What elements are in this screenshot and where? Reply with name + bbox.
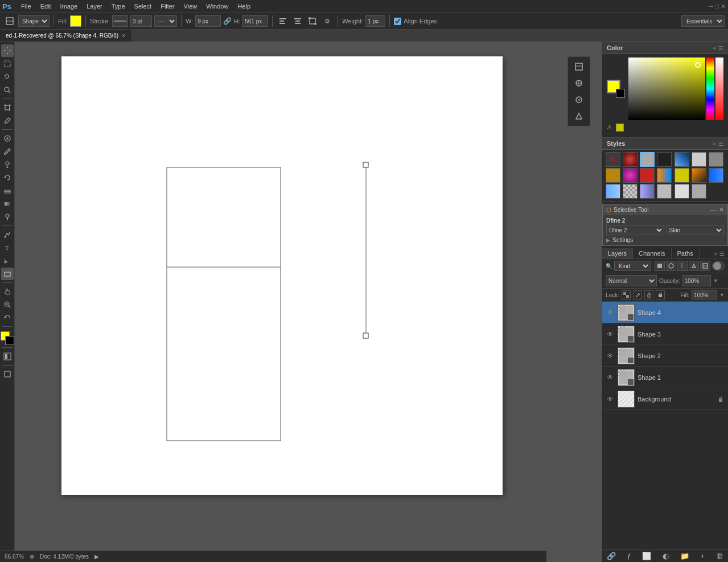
- quick-select-tool[interactable]: [1, 84, 14, 96]
- stroke-color-swatch[interactable]: [112, 15, 128, 27]
- filter-shape-icon[interactable]: [689, 261, 699, 271]
- gamut-warning-swatch[interactable]: [616, 124, 624, 132]
- tab-layers[interactable]: Layers: [602, 248, 633, 259]
- fill-input[interactable]: [692, 290, 717, 300]
- eyedropper-tool[interactable]: [1, 114, 14, 127]
- zoom-icon[interactable]: ⊕: [30, 553, 34, 560]
- layer-visibility-shape3[interactable]: 👁: [606, 330, 615, 339]
- tab-paths[interactable]: Paths: [672, 248, 700, 259]
- width-input[interactable]: [195, 15, 221, 27]
- style-5[interactable]: [692, 152, 706, 167]
- style-10[interactable]: [657, 168, 672, 183]
- fill-arrow[interactable]: ▼: [719, 292, 725, 298]
- filter-smart-icon[interactable]: [700, 261, 710, 271]
- shape-tool[interactable]: [1, 268, 14, 280]
- type-tool[interactable]: T: [1, 241, 14, 254]
- mini-btn-2[interactable]: [571, 76, 586, 91]
- menu-layer[interactable]: Layer: [83, 2, 106, 11]
- menu-edit[interactable]: Edit: [36, 2, 55, 11]
- align-center-button[interactable]: [291, 15, 304, 27]
- layer-row-shape1[interactable]: 👁 Shape 1: [602, 367, 728, 388]
- layer-mask-button[interactable]: ⬜: [642, 552, 651, 560]
- style-18[interactable]: [674, 184, 689, 199]
- filter-pixel-icon[interactable]: [655, 261, 665, 271]
- fill-color-swatch[interactable]: [70, 15, 81, 27]
- layer-visibility-shape1[interactable]: 👁: [606, 373, 615, 382]
- brush-tool[interactable]: [1, 145, 14, 158]
- hand-tool[interactable]: [1, 285, 14, 298]
- menu-icon[interactable]: ☰: [718, 45, 723, 51]
- menu-filter[interactable]: Filter: [157, 2, 178, 11]
- mini-btn-4[interactable]: [571, 109, 586, 124]
- move-tool[interactable]: [1, 44, 14, 57]
- link-icon[interactable]: 🔗: [223, 17, 232, 25]
- layers-menu-icon[interactable]: ☰: [719, 251, 725, 257]
- collapse-icon[interactable]: «: [713, 45, 716, 51]
- dodge-tool[interactable]: [1, 211, 14, 223]
- selective-close-button[interactable]: ✕: [719, 206, 724, 214]
- layer-visibility-shape2[interactable]: 👁: [606, 351, 615, 360]
- stroke-style-select[interactable]: —: [154, 15, 177, 27]
- pen-tool[interactable]: [1, 228, 14, 241]
- kind-filter-select[interactable]: Kind: [614, 261, 651, 271]
- tab-channels[interactable]: Channels: [633, 248, 671, 259]
- menu-help[interactable]: Help: [233, 2, 254, 11]
- selective-dropdown-1[interactable]: Dfine 2: [606, 225, 664, 235]
- style-17[interactable]: [657, 184, 672, 199]
- layers-collapse-icon[interactable]: «: [714, 251, 717, 257]
- gradient-tool[interactable]: [1, 198, 14, 210]
- clone-stamp-tool[interactable]: [1, 158, 14, 171]
- blend-mode-select[interactable]: Normal: [606, 275, 657, 286]
- selective-dropdown-2[interactable]: Skin: [667, 225, 725, 235]
- menu-file[interactable]: File: [17, 2, 35, 11]
- info-arrow[interactable]: ▶: [94, 553, 99, 560]
- layer-visibility-background[interactable]: 👁: [606, 395, 615, 404]
- new-layer-button[interactable]: +: [701, 552, 705, 560]
- bg-color-swatch[interactable]: [616, 89, 625, 98]
- style-3[interactable]: [657, 152, 672, 167]
- spot-healing-tool[interactable]: [1, 132, 14, 145]
- history-brush-tool[interactable]: [1, 171, 14, 184]
- delete-layer-button[interactable]: 🗑: [716, 552, 723, 560]
- workspace-select[interactable]: Essentials: [681, 15, 725, 27]
- lock-all-button[interactable]: [656, 290, 665, 300]
- lock-brush-button[interactable]: [633, 290, 642, 300]
- style-2-selected[interactable]: [640, 152, 655, 167]
- menu-select[interactable]: Select: [130, 2, 156, 11]
- lock-checkerboard-button[interactable]: [622, 290, 631, 300]
- layer-row-shape2[interactable]: 👁 Shape 2: [602, 345, 728, 367]
- mini-btn-3[interactable]: [571, 92, 586, 107]
- style-14[interactable]: [606, 184, 620, 199]
- screen-mode-button[interactable]: [1, 368, 14, 380]
- style-12[interactable]: [692, 168, 706, 183]
- layer-row-background[interactable]: 👁 Background: [602, 388, 728, 410]
- document-tab[interactable]: ed-1-Recovered @ 66.7% (Shape 4, RGB/8) …: [0, 30, 132, 42]
- weight-input[interactable]: [365, 15, 385, 27]
- filter-type-icon[interactable]: T: [677, 261, 688, 271]
- path-selection-tool[interactable]: [1, 255, 14, 267]
- opacity-input[interactable]: [682, 275, 711, 286]
- selective-minimize-icon[interactable]: —: [710, 206, 717, 214]
- style-4[interactable]: [674, 152, 689, 167]
- filter-adjustment-icon[interactable]: [666, 261, 676, 271]
- align-left-button[interactable]: [277, 15, 289, 27]
- menu-image[interactable]: Image: [56, 2, 82, 11]
- lock-position-button[interactable]: [644, 290, 653, 300]
- settings-expand-icon[interactable]: ▶: [606, 237, 610, 243]
- opacity-arrow[interactable]: ▼: [713, 278, 718, 284]
- menu-view[interactable]: View: [180, 2, 201, 11]
- shape-mode-select[interactable]: ShapePathPixels: [18, 15, 50, 27]
- menu-window[interactable]: Window: [202, 2, 232, 11]
- quick-mask-button[interactable]: [1, 350, 14, 363]
- eraser-tool[interactable]: [1, 184, 14, 197]
- color-swatches[interactable]: [1, 331, 14, 345]
- menu-type[interactable]: Type: [108, 2, 129, 11]
- style-15[interactable]: [623, 184, 637, 199]
- layer-visibility-shape4[interactable]: 👁: [606, 308, 615, 317]
- filter-toggle[interactable]: [712, 261, 725, 270]
- mini-btn-1[interactable]: [571, 59, 586, 74]
- stroke-size-input[interactable]: [130, 15, 152, 27]
- align-edges-checkbox[interactable]: [394, 18, 401, 25]
- zoom-tool[interactable]: [1, 298, 14, 311]
- style-9[interactable]: [640, 168, 655, 183]
